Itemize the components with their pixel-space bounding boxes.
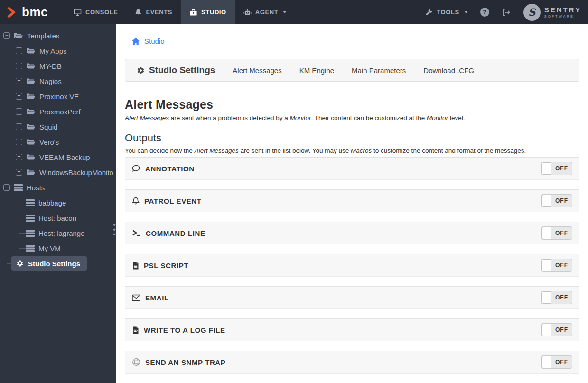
snmp-trap-toggle[interactable]: OFF [541,355,572,369]
studio-settings-selected[interactable]: Studio Settings [11,256,87,271]
email-toggle[interactable]: OFF [541,291,572,304]
tab-main-parameters[interactable]: Main Parameters [352,66,406,75]
collapse-toggle-icon[interactable]: − [3,32,10,39]
sentry-logo-line1: SENTRY [544,6,581,13]
sign-out-icon[interactable] [502,8,511,17]
toggle-knob [541,259,551,271]
folder-open-icon [14,32,23,39]
folder-open-icon [26,47,36,55]
navbar-spacer [295,0,425,24]
toggle-knob [541,324,551,336]
expand-toggle-icon[interactable]: + [16,169,22,176]
breadcrumb: Studio [125,37,579,45]
tree-node-proxmoxperf[interactable]: + ProxmoxPerf [0,104,116,119]
help-icon[interactable]: ? [480,8,489,17]
toggle-state: OFF [551,324,572,336]
tree-node-squid[interactable]: + Squid [0,119,116,134]
outputs-list: ANNOTATION OFF PATROL EVENT OFF COMMAND [125,157,579,374]
tree-node-host-bacon[interactable]: Host: bacon [0,210,116,225]
folder-open-icon [26,108,36,115]
tree-node-veros[interactable]: + Vero's [0,134,116,149]
toggle-knob [541,291,551,304]
folder-open-icon [26,62,36,70]
expand-toggle-icon[interactable]: + [16,47,22,54]
terminal-icon [132,229,141,237]
nav-events-label: EVENTS [146,9,172,16]
nav-events[interactable]: EVENTS [126,0,181,24]
toggle-knob [541,195,551,207]
nav-studio[interactable]: STUDIO [181,0,235,24]
output-row-psl-script: PSL SCRIPT OFF [125,254,579,277]
expand-toggle-icon[interactable]: + [16,108,22,115]
output-label: ANNOTATION [145,165,195,173]
command-line-toggle[interactable]: OFF [541,226,572,240]
tab-studio-settings-label: Studio Settings [149,65,215,75]
folder-open-icon [26,123,36,131]
tab-download-cfg[interactable]: Download .CFG [423,66,474,75]
expand-toggle-icon[interactable]: + [16,78,22,84]
output-row-command-line: COMMAND LINE OFF [125,222,579,244]
sidebar-resize-handle[interactable]: ••• [113,223,116,237]
tab-km-engine[interactable]: KM Engine [299,66,334,75]
patrol-event-toggle[interactable]: OFF [541,194,572,207]
output-label: COMMAND LINE [146,229,205,237]
tree-label: Vero's [39,138,59,146]
tab-alert-messages[interactable]: Alert Messages [233,66,281,75]
expand-toggle-icon[interactable]: + [16,123,22,130]
output-row-email: EMAIL OFF [125,286,579,309]
tree-label: Studio Settings [28,260,80,268]
toggle-knob [541,162,551,175]
output-row-snmp-trap: SEND AN SNMP TRAP OFF [125,351,579,374]
tree-node-host-lagrange[interactable]: Host: lagrange [0,225,116,241]
expand-toggle-icon[interactable]: + [16,139,22,145]
nav-tools-label: TOOLS [437,9,459,16]
expand-toggle-icon[interactable]: + [16,63,22,69]
tree-node-my-vm[interactable]: My VM [0,241,116,256]
tree-node-templates[interactable]: − Templates [0,28,116,43]
expand-toggle-icon[interactable]: + [16,93,22,100]
toggle-state: OFF [551,195,572,207]
tree-node-babbage[interactable]: babbage [0,195,116,210]
wrench-icon [425,9,433,16]
server-icon [26,229,35,237]
snmp-globe-icon [132,358,140,366]
tree-label: VEEAM Backup [39,153,90,161]
main-content: Studio Studio Settings Alert Messages KM… [116,24,588,383]
chevron-down-icon [283,11,287,13]
toolbox-icon [189,9,197,16]
psl-script-toggle[interactable]: OFF [541,259,572,272]
write-log-file-toggle[interactable]: OFF [541,323,572,336]
tree-label: My VM [38,244,61,252]
alert-messages-description: Alert Messages are sent when a problem i… [125,114,579,121]
navigation-sidebar: − Templates + My Apps + MY-DB + Nagios +… [0,24,116,383]
tree-node-windowsbackupmonitor[interactable]: + WindowsBackupMonito [0,165,116,180]
tree-label: Host: bacon [38,214,76,222]
collapse-toggle-icon[interactable]: − [3,184,10,191]
output-row-write-log-file: WRITE TO A LOG FILE OFF [125,318,579,341]
nav-agent[interactable]: AGENT [235,0,296,24]
tree-label: Proxmox VE [39,93,79,101]
envelope-icon [132,294,140,301]
home-icon[interactable] [131,37,140,45]
toggle-state: OFF [551,291,572,304]
tree-node-veeam-backup[interactable]: + VEEAM Backup [0,149,116,165]
tree-node-my-apps[interactable]: + My Apps [0,43,116,58]
console-icon [74,9,82,16]
expand-toggle-icon[interactable]: + [16,154,22,160]
tree-node-proxmox-ve[interactable]: + Proxmox VE [0,89,116,104]
folder-open-icon [26,168,36,176]
tree-node-hosts[interactable]: − Hosts [0,180,116,195]
breadcrumb-studio-link[interactable]: Studio [144,37,165,45]
bell-icon [135,9,142,16]
tree-node-my-db[interactable]: + MY-DB [0,58,116,74]
nav-console[interactable]: CONSOLE [65,0,126,24]
nav-tools[interactable]: TOOLS [425,9,468,16]
tree-node-studio-settings[interactable]: Studio Settings [0,256,116,271]
tree-label: Hosts [27,184,45,192]
gear-icon [137,66,145,75]
tree-label: babbage [38,199,66,207]
tab-studio-settings[interactable]: Studio Settings [137,65,215,75]
tree-node-nagios[interactable]: + Nagios [0,74,116,89]
robot-icon [243,9,252,16]
annotation-toggle[interactable]: OFF [541,162,572,175]
